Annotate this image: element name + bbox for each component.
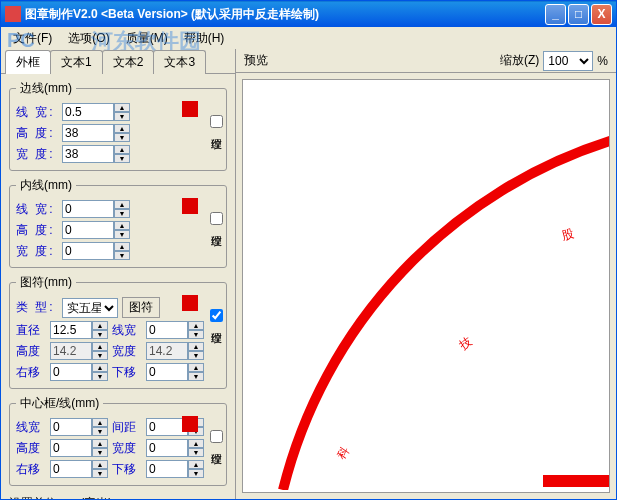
border-color-swatch[interactable] xyxy=(182,101,198,117)
legend-center: 中心框/线(mm) xyxy=(16,395,103,412)
symbol-downshift-input[interactable] xyxy=(146,363,188,381)
unit-label: 设置单位:mm(毫米) xyxy=(9,494,227,499)
symbol-button[interactable]: 图符 xyxy=(122,297,160,318)
tab-text3[interactable]: 文本3 xyxy=(153,50,206,74)
center-rightshift-input[interactable] xyxy=(50,460,92,478)
zoom-percent: % xyxy=(597,54,608,68)
center-texture-check[interactable]: 纹理 xyxy=(209,430,224,445)
preview-canvas: 科 科 技 股 xyxy=(242,79,610,493)
inner-texture-check[interactable]: 纹理 xyxy=(209,212,224,227)
svg-rect-4 xyxy=(543,475,610,487)
symbol-height-input xyxy=(50,342,92,360)
symbol-texture-checkbox[interactable] xyxy=(210,309,223,322)
border-texture-check[interactable]: 纹理 xyxy=(209,115,224,130)
svg-text:科: 科 xyxy=(334,444,352,462)
center-height-input[interactable] xyxy=(50,439,92,457)
border-texture-checkbox[interactable] xyxy=(210,115,223,128)
border-width-input[interactable] xyxy=(62,145,114,163)
inner-color-swatch[interactable] xyxy=(182,198,198,214)
spin-down-icon[interactable]: ▼ xyxy=(114,112,130,121)
center-linewidth-input[interactable] xyxy=(50,418,92,436)
symbol-type-select[interactable]: 实五星 xyxy=(62,298,118,318)
group-center: 中心框/线(mm) 纹理 线宽▲▼间距▲▼ 高度▲▼宽度▲▼ 右移▲▼下移▲▼ xyxy=(9,395,227,486)
window-title: 图章制作V2.0 <Beta Version> (默认采用中反走样绘制) xyxy=(25,6,545,23)
border-height-input[interactable] xyxy=(62,124,114,142)
left-panel: 外框 文本1 文本2 文本3 边线(mm) 纹理 线 宽:▲▼ 高 度:▲▼ 宽… xyxy=(1,49,236,499)
legend-inner: 内线(mm) xyxy=(16,177,76,194)
symbol-linewidth-input[interactable] xyxy=(146,321,188,339)
inner-height-input[interactable] xyxy=(62,221,114,239)
symbol-width-input xyxy=(146,342,188,360)
symbol-diameter-input[interactable] xyxy=(50,321,92,339)
right-panel: 预览 缩放(Z) 100 % 科 科 技 股 xyxy=(236,49,616,499)
tab-text2[interactable]: 文本2 xyxy=(102,50,155,74)
spin-up-icon[interactable]: ▲ xyxy=(114,103,130,112)
border-linewidth-input[interactable] xyxy=(62,103,114,121)
app-icon xyxy=(5,6,21,22)
tabs: 外框 文本1 文本2 文本3 xyxy=(1,49,235,74)
inner-width-input[interactable] xyxy=(62,242,114,260)
close-button[interactable]: X xyxy=(591,4,612,25)
zoom-label: 缩放(Z) xyxy=(500,52,539,69)
center-color-swatch[interactable] xyxy=(182,416,198,432)
group-inner: 内线(mm) 纹理 线 宽:▲▼ 高 度:▲▼ 宽 度:▲▼ xyxy=(9,177,227,268)
minimize-button[interactable]: _ xyxy=(545,4,566,25)
center-width-input[interactable] xyxy=(146,439,188,457)
zoom-select[interactable]: 100 xyxy=(543,51,593,71)
center-texture-checkbox[interactable] xyxy=(210,430,223,443)
preview-title: 预览 xyxy=(244,52,500,69)
titlebar: 图章制作V2.0 <Beta Version> (默认采用中反走样绘制) _ □… xyxy=(1,1,616,27)
tab-outer-frame[interactable]: 外框 xyxy=(5,50,51,74)
center-downshift-input[interactable] xyxy=(146,460,188,478)
app-window: 图章制作V2.0 <Beta Version> (默认采用中反走样绘制) _ □… xyxy=(0,0,617,500)
inner-texture-checkbox[interactable] xyxy=(210,212,223,225)
symbol-color-swatch[interactable] xyxy=(182,295,198,311)
group-symbol: 图符(mm) 纹理 类 型:实五星图符 直径▲▼线宽▲▼ 高度▲▼宽度▲▼ 右移… xyxy=(9,274,227,389)
svg-text:科: 科 xyxy=(313,80,325,83)
watermark-logo: PC xyxy=(7,29,35,51)
symbol-rightshift-input[interactable] xyxy=(50,363,92,381)
symbol-texture-check[interactable]: 纹理 xyxy=(209,309,224,324)
legend-symbol: 图符(mm) xyxy=(16,274,76,291)
legend-border: 边线(mm) xyxy=(16,80,76,97)
inner-linewidth-input[interactable] xyxy=(62,200,114,218)
tab-text1[interactable]: 文本1 xyxy=(50,50,103,74)
svg-text:股: 股 xyxy=(560,226,575,243)
maximize-button[interactable]: □ xyxy=(568,4,589,25)
svg-text:技: 技 xyxy=(456,334,475,353)
stamp-preview-icon: 科 科 技 股 xyxy=(243,80,610,490)
group-border: 边线(mm) 纹理 线 宽:▲▼ 高 度:▲▼ 宽 度:▲▼ xyxy=(9,80,227,171)
